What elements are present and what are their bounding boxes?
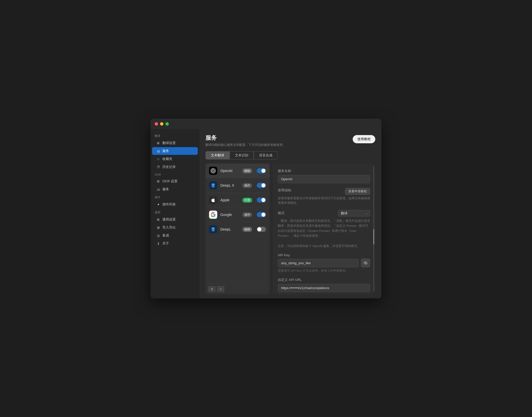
sidebar-item-history[interactable]: ⏱ 历史记录 bbox=[152, 163, 198, 171]
api-key-input[interactable] bbox=[278, 259, 359, 267]
tab-speech-synthesis[interactable]: 语音合成 bbox=[254, 151, 278, 159]
service-badge-deeplx: 插件 bbox=[242, 183, 252, 188]
sidebar-section-general: 通用 bbox=[151, 208, 199, 215]
tab-text-ocr[interactable]: 文本识别 bbox=[230, 151, 254, 159]
service-name-section: 服务名称 bbox=[278, 169, 370, 183]
service-toggle-apple[interactable] bbox=[257, 197, 266, 203]
sidebar-label-about: 关于 bbox=[162, 241, 169, 246]
general-settings-icon: ⚙ bbox=[156, 217, 160, 222]
sidebar-label-general-settings: 通用设置 bbox=[162, 217, 176, 222]
custom-api-url-label: 自定义 API URL bbox=[278, 278, 370, 282]
detail-panel: 服务名称 使用须知 查看申请教程 使用本服务需要自行申请秘钥并填写到下方设置项，… bbox=[273, 164, 375, 294]
sidebar-item-plugin-list[interactable]: ✦ 插件列表 bbox=[152, 201, 198, 208]
plugin-icon: ✦ bbox=[156, 202, 160, 206]
toggle-visibility-button[interactable] bbox=[361, 259, 370, 267]
history-icon: ⏱ bbox=[156, 165, 160, 169]
sidebar-item-favorites[interactable]: ☆ 收藏夹 bbox=[152, 155, 198, 163]
sidebar-item-import-export[interactable]: ⊞ 导入导出 bbox=[152, 224, 198, 231]
service-badge-google: 插件 bbox=[242, 212, 252, 217]
api-key-section: API Key 需要填写 API Key 才可以使用 bbox=[278, 253, 370, 273]
service-name-input[interactable] bbox=[278, 175, 370, 183]
service-toggle-openai[interactable] bbox=[257, 168, 266, 173]
api-key-label: API Key bbox=[278, 253, 370, 257]
notice-row: 使用须知 查看申请教程 bbox=[278, 188, 370, 195]
page-title: 服务 bbox=[205, 134, 285, 142]
sidebar-label-ocr-settings: OCR 设置 bbox=[162, 179, 178, 184]
content-header: 服务 翻译功能的核心服务支持配置，下方开启的服务将被使用。 使用教程 bbox=[199, 129, 381, 151]
sidebar-section-translate: 翻译 bbox=[151, 132, 199, 139]
notice-text: 使用本服务需要自行申请秘钥并填写到下方设置项，如果没有秘钥请查看申请教程。 bbox=[278, 196, 370, 205]
tab-text-translate[interactable]: 文本翻译 bbox=[205, 151, 230, 159]
detail-scrollbar[interactable] bbox=[373, 166, 374, 292]
service-item-apple[interactable]: Apple 内置 bbox=[205, 193, 270, 207]
deepl-logo bbox=[209, 225, 217, 233]
service-name-deeplx: DeepL X bbox=[220, 183, 239, 187]
api-key-row bbox=[278, 259, 370, 267]
service-item-deepl[interactable]: DeepL 秘钥 bbox=[205, 222, 270, 237]
service-toggle-deepl[interactable] bbox=[257, 227, 266, 232]
page-subtitle: 翻译功能的核心服务支持配置，下方开启的服务将被使用。 bbox=[205, 143, 285, 147]
traffic-lights bbox=[155, 122, 169, 126]
toggle-knob-apple bbox=[261, 198, 265, 202]
google-logo bbox=[209, 211, 217, 219]
toggle-knob-openai bbox=[261, 169, 265, 173]
sidebar-label-history: 历史记录 bbox=[162, 165, 176, 169]
service-item-google[interactable]: Google 插件 bbox=[205, 207, 270, 222]
close-button[interactable] bbox=[155, 122, 158, 126]
tutorial-button[interactable]: 使用教程 bbox=[353, 135, 375, 143]
apple-logo bbox=[209, 196, 217, 204]
settings-icon: ⚙ bbox=[156, 141, 160, 145]
sidebar-section-plugins: 插件 bbox=[151, 193, 199, 200]
service-badge-openai: 秘钥 bbox=[242, 168, 252, 173]
deeplx-logo bbox=[209, 181, 217, 189]
sidebar-item-integration[interactable]: ◎ 集成 bbox=[152, 232, 198, 239]
main-layout: 翻译 ⚙ 翻译设置 🗂 服务 ☆ 收藏夹 ⏱ 历史记录 OCR ⚙ OCR 设置 bbox=[151, 129, 381, 298]
services-list-panel: OpenAI 秘钥 DeepL X bbox=[205, 164, 270, 294]
sidebar-item-ocr-settings[interactable]: ⚙ OCR 设置 bbox=[152, 177, 198, 185]
sidebar-label-favorites: 收藏夹 bbox=[162, 157, 172, 161]
toggle-knob-deeplx bbox=[261, 183, 265, 187]
sidebar-section-ocr: OCR bbox=[151, 171, 199, 177]
service-name-label: 服务名称 bbox=[278, 169, 370, 173]
mode-select[interactable]: 翻译 润色 自定义 Prompt bbox=[338, 210, 370, 216]
sidebar-item-ocr-services[interactable]: 🗂 服务 bbox=[152, 185, 198, 193]
content-area: 服务 翻译功能的核心服务支持配置，下方开启的服务将被使用。 使用教程 文本翻译 … bbox=[199, 129, 381, 298]
service-name-apple: Apple bbox=[220, 198, 239, 202]
maximize-button[interactable] bbox=[165, 122, 169, 126]
custom-api-url-hint: 需要填写完整的 URL，默认为「https://api.openai.com/v… bbox=[278, 293, 370, 294]
tabs-row: 文本翻译 文本识别 语音合成 bbox=[199, 151, 381, 159]
sidebar-item-translate-settings[interactable]: ⚙ 翻译设置 bbox=[152, 139, 198, 147]
page-title-area: 服务 翻译功能的核心服务支持配置，下方开启的服务将被使用。 bbox=[205, 134, 285, 147]
titlebar bbox=[151, 119, 381, 129]
service-badge-deepl: 秘钥 bbox=[242, 227, 252, 232]
add-service-button[interactable]: + bbox=[208, 286, 216, 292]
sidebar-item-services[interactable]: 🗂 服务 bbox=[152, 147, 198, 155]
mode-select-wrap: 翻译 润色 自定义 Prompt bbox=[338, 210, 370, 216]
minimize-button[interactable] bbox=[160, 122, 163, 126]
service-item-openai[interactable]: OpenAI 秘钥 bbox=[205, 164, 270, 178]
service-item-deeplx[interactable]: DeepL X 插件 bbox=[205, 178, 270, 193]
sidebar-label-services: 服务 bbox=[162, 149, 169, 153]
service-toggle-deeplx[interactable] bbox=[257, 183, 266, 188]
favorites-icon: ☆ bbox=[156, 157, 160, 161]
remove-service-button[interactable]: − bbox=[217, 286, 224, 292]
openai-logo bbox=[209, 167, 217, 175]
notice-section: 使用须知 查看申请教程 使用本服务需要自行申请秘钥并填写到下方设置项，如果没有秘… bbox=[278, 188, 370, 205]
about-icon: ℹ bbox=[156, 241, 160, 245]
scrollbar-thumb bbox=[373, 229, 374, 244]
sidebar-label-import-export: 导入导出 bbox=[162, 225, 176, 230]
import-export-icon: ⊞ bbox=[156, 225, 160, 230]
ocr-settings-icon: ⚙ bbox=[156, 179, 160, 183]
ocr-services-icon: 🗂 bbox=[156, 187, 160, 191]
services-icon: 🗂 bbox=[156, 149, 160, 153]
service-toggle-google[interactable] bbox=[257, 212, 266, 217]
notice-tutorial-button[interactable]: 查看申请教程 bbox=[345, 188, 370, 195]
sidebar-item-general-settings[interactable]: ⚙ 通用设置 bbox=[152, 216, 198, 223]
toggle-knob-google bbox=[261, 213, 265, 217]
sidebar-item-about[interactable]: ℹ 关于 bbox=[152, 240, 198, 247]
custom-api-url-input[interactable] bbox=[278, 284, 370, 292]
sidebar-label-translate-settings: 翻译设置 bbox=[162, 141, 176, 145]
sidebar: 翻译 ⚙ 翻译设置 🗂 服务 ☆ 收藏夹 ⏱ 历史记录 OCR ⚙ OCR 设置 bbox=[151, 129, 199, 298]
notice-title: 使用须知 bbox=[278, 188, 291, 193]
service-badge-apple: 内置 bbox=[242, 198, 252, 203]
